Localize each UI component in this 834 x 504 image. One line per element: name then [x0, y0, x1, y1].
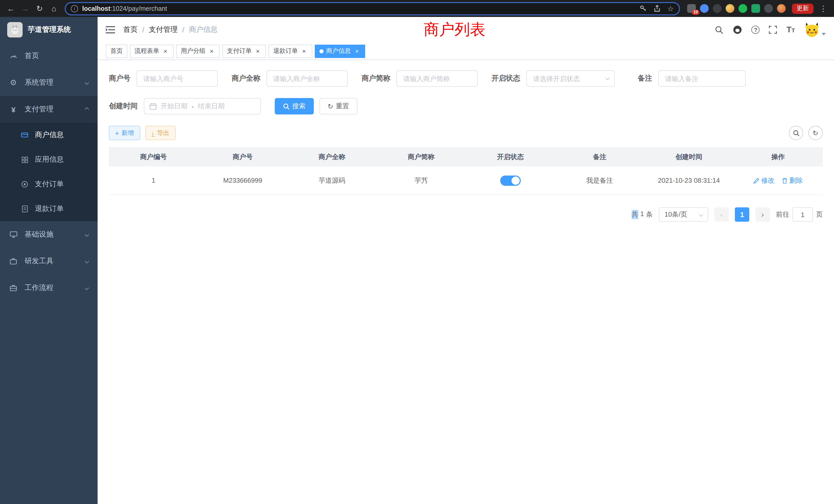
- merchant-table: 商户编号 商户号 商户全称 商户简称 开启状态 备注 创建时间 操作 1: [109, 147, 823, 195]
- refresh-table-icon[interactable]: ↻: [808, 126, 823, 140]
- close-icon[interactable]: ×: [254, 47, 261, 55]
- card-icon: [21, 131, 29, 139]
- extension-green-square-icon[interactable]: [751, 4, 760, 13]
- add-button[interactable]: + 新增: [109, 126, 140, 140]
- reset-button[interactable]: ↻ 重置: [320, 98, 357, 114]
- edit-link[interactable]: 修改: [753, 176, 774, 185]
- prev-page-button[interactable]: ‹: [714, 207, 729, 222]
- breadcrumb-payment[interactable]: 支付管理: [149, 25, 178, 35]
- close-icon[interactable]: ×: [162, 47, 169, 55]
- extension-dark-icon[interactable]: [713, 4, 722, 13]
- status-select[interactable]: [526, 70, 615, 87]
- sidebar-item-workflow[interactable]: 工作流程: [0, 275, 97, 301]
- font-size-icon[interactable]: TT: [787, 26, 795, 34]
- payment-submenu: 商户信息 应用信息 支付订单: [0, 123, 97, 221]
- remark-input[interactable]: [658, 70, 746, 87]
- grid-icon: [21, 156, 29, 164]
- tag-process-form[interactable]: 流程表单×: [130, 44, 174, 58]
- tag-merchant-info[interactable]: 商户信息×: [315, 44, 365, 58]
- tag-refund-order[interactable]: 退款订单×: [269, 44, 312, 58]
- merchant-short-name-input[interactable]: [396, 70, 478, 87]
- sidebar-item-pay-order[interactable]: 支付订单: [0, 172, 97, 197]
- profile-avatar-icon[interactable]: [777, 4, 786, 13]
- show-search-toggle-icon[interactable]: [789, 126, 803, 140]
- breadcrumb-home[interactable]: 首页: [123, 25, 138, 35]
- screen: ← → ↻ ⌂ i localhost:1024/pay/merchant ☆ …: [0, 0, 834, 504]
- search-button[interactable]: 搜索: [275, 98, 314, 114]
- pinned-extension-icon[interactable]: [764, 4, 773, 13]
- help-icon[interactable]: ?: [751, 26, 760, 34]
- sidebar-item-devtools[interactable]: 研发工具: [0, 248, 97, 275]
- export-button[interactable]: ↓ 导出: [145, 126, 175, 140]
- bookmark-star-icon[interactable]: ☆: [667, 4, 674, 13]
- breadcrumb-current: 商户信息: [189, 25, 218, 35]
- end-date-placeholder[interactable]: 结束日期: [198, 101, 225, 111]
- merchant-no-input[interactable]: [137, 70, 218, 87]
- workflow-icon: [9, 284, 18, 292]
- forward-icon[interactable]: →: [19, 2, 32, 15]
- search-icon[interactable]: [715, 25, 724, 34]
- goto-page-input[interactable]: [792, 207, 813, 222]
- sidebar-item-label: 系统管理: [25, 78, 53, 87]
- sidebar-item-app-info[interactable]: 应用信息: [0, 147, 97, 172]
- fullscreen-icon[interactable]: [769, 26, 777, 34]
- extension-drop-icon[interactable]: [700, 4, 709, 13]
- active-dot: [320, 49, 324, 53]
- chevron-down-icon: [85, 286, 89, 290]
- browser-update-button[interactable]: 更新: [792, 3, 813, 14]
- close-icon[interactable]: ×: [301, 47, 308, 55]
- sidebar-item-payment[interactable]: ¥ 支付管理: [0, 96, 97, 123]
- cell-status: [466, 166, 555, 195]
- password-key-icon[interactable]: [640, 5, 647, 12]
- toolbox-icon: [9, 257, 18, 265]
- next-page-button[interactable]: ›: [755, 207, 770, 222]
- status-toggle[interactable]: [500, 175, 521, 186]
- merchant-short-name-label: 商户简称: [361, 74, 390, 83]
- tag-pay-order[interactable]: 支付订单×: [222, 44, 266, 58]
- delete-link[interactable]: 删除: [782, 176, 803, 185]
- col-remark: 备注: [555, 147, 644, 166]
- tag-home[interactable]: 首页: [106, 44, 127, 58]
- hamburger-icon[interactable]: [106, 26, 115, 33]
- sidebar-item-label: 支付订单: [35, 180, 64, 189]
- status-label: 开启状态: [491, 74, 520, 83]
- home-icon[interactable]: ⌂: [47, 2, 61, 15]
- page-size-select[interactable]: 10条/页: [659, 207, 708, 222]
- close-icon[interactable]: ×: [208, 47, 215, 55]
- reload-icon[interactable]: ↻: [33, 2, 46, 15]
- extension-avatar-icon[interactable]: [726, 4, 734, 13]
- plus-icon: +: [115, 129, 119, 137]
- extensions-cluster: 10: [687, 4, 786, 13]
- cell-merchant-id: 1: [109, 166, 198, 195]
- sidebar-item-merchant-info[interactable]: 商户信息: [0, 123, 97, 147]
- sidebar-item-refund-order[interactable]: 退款订单: [0, 197, 97, 221]
- chevron-down-icon: [85, 259, 89, 264]
- browser-toolbar: ← → ↻ ⌂ i localhost:1024/pay/merchant ☆ …: [0, 0, 834, 17]
- site-info-icon[interactable]: i: [71, 5, 78, 12]
- tag-user-group[interactable]: 用户分组×: [176, 44, 220, 58]
- app-logo-row[interactable]: 芋道管理系统: [0, 17, 97, 43]
- create-time-label: 创建时间: [109, 101, 138, 111]
- col-full-name: 商户全称: [287, 147, 377, 166]
- sidebar-item-infra[interactable]: 基础设施: [0, 221, 97, 248]
- browser-menu-icon[interactable]: ⋮: [816, 2, 830, 15]
- sidebar-item-system[interactable]: ⚙ 系统管理: [0, 69, 97, 96]
- github-icon[interactable]: [733, 25, 742, 35]
- sidebar-item-label: 支付管理: [25, 105, 53, 114]
- merchant-full-name-input[interactable]: [266, 70, 348, 87]
- close-icon[interactable]: ×: [353, 47, 360, 55]
- cell-remark: 我是备注: [555, 166, 644, 195]
- chevron-down-icon: [85, 232, 89, 237]
- goto-page: 前往 页: [776, 207, 823, 222]
- back-icon[interactable]: ←: [4, 2, 18, 15]
- extension-grid-icon[interactable]: 10: [687, 4, 696, 13]
- start-date-placeholder[interactable]: 开始日期: [161, 101, 188, 111]
- share-icon[interactable]: [654, 5, 661, 12]
- create-time-range-picker[interactable]: 开始日期 - 结束日期: [144, 98, 261, 114]
- yen-icon: ¥: [9, 105, 18, 113]
- sidebar-item-home[interactable]: 首页: [0, 43, 97, 69]
- address-bar[interactable]: i localhost:1024/pay/merchant ☆: [65, 2, 680, 15]
- page-1-button[interactable]: 1: [735, 207, 749, 222]
- extension-green-circle-icon[interactable]: [739, 4, 747, 13]
- user-avatar-menu[interactable]: [804, 22, 826, 38]
